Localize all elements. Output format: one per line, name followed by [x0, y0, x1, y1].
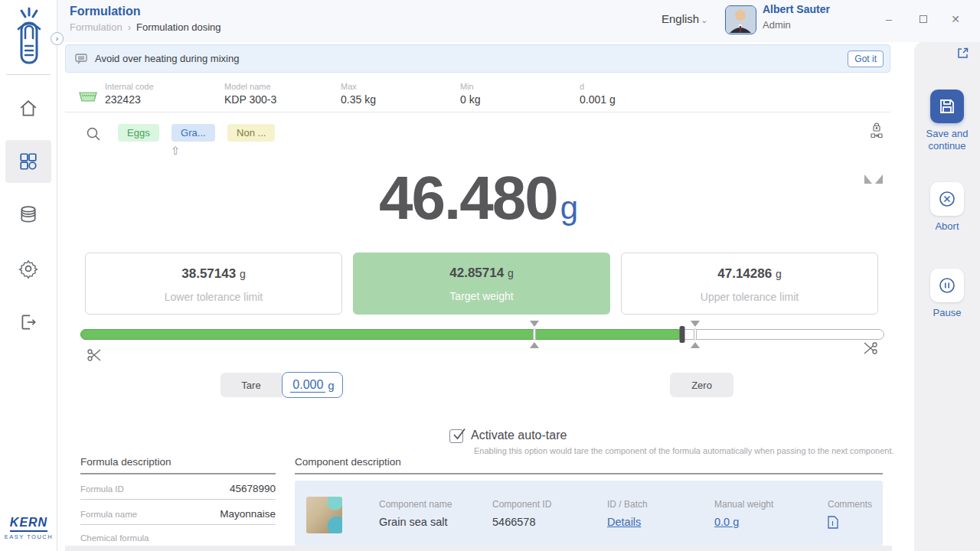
- notification-bar: Avoid over heating during mixing Got it: [65, 44, 890, 73]
- sidebar-collapse-chevron-icon[interactable]: ›: [51, 32, 64, 45]
- sidebar: KERN EASY TOUCH: [0, 0, 57, 551]
- brand-tagline: EASY TOUCH: [0, 533, 57, 540]
- formula-row: Formula ID45678990: [80, 474, 276, 500]
- component-section-title: Component description: [295, 456, 883, 474]
- brand-name: KERN: [10, 516, 47, 532]
- component-name-field: Component nameGrain sea salt: [379, 499, 452, 528]
- auto-tare-description: Enabling this option would tare the comp…: [474, 446, 887, 455]
- got-it-button[interactable]: Got it: [848, 51, 884, 67]
- tag-eggs[interactable]: Eggs: [118, 124, 159, 142]
- abort-label: Abort: [914, 220, 980, 233]
- pause-label: Pause: [914, 307, 980, 319]
- settings-icon: [18, 259, 38, 279]
- scissors-right-icon[interactable]: [861, 340, 878, 360]
- search-icon[interactable]: [86, 126, 101, 142]
- logout-icon: [18, 312, 38, 332]
- manual-weight-field: Manual weight0.0 g: [714, 499, 773, 529]
- save-and-continue-button[interactable]: Save and continue: [914, 90, 980, 152]
- sidebar-divider: [6, 74, 51, 75]
- tare-button[interactable]: Tare: [220, 373, 282, 397]
- action-panel: Save and continue Abort Pause: [914, 42, 980, 551]
- weight-value: 46.480: [379, 164, 557, 232]
- lock-print-icon[interactable]: [871, 122, 883, 142]
- component-card: Component nameGrain sea salt Component I…: [295, 481, 883, 546]
- tare-value: 0.000: [290, 378, 325, 393]
- breadcrumb-parent[interactable]: Formulation: [70, 21, 122, 33]
- sidebar-item-settings[interactable]: [5, 247, 51, 290]
- target-weight-box: 42.85714 g Target weight: [353, 253, 610, 315]
- message-icon: [75, 54, 87, 64]
- language-label: English: [662, 12, 699, 25]
- brand-logo: KERN EASY TOUCH: [0, 516, 57, 540]
- maximize-icon[interactable]: [916, 12, 930, 26]
- tare-value-input[interactable]: 0.000 g: [282, 372, 343, 398]
- component-id-field: Component ID5466578: [492, 499, 551, 528]
- formula-row: Chemical formula: [80, 525, 276, 548]
- horizontal-scrollbar[interactable]: [65, 546, 892, 551]
- chevron-down-icon: ⌄: [701, 15, 707, 24]
- upper-tolerance-notch: [694, 328, 697, 341]
- weight-unit: g: [560, 190, 578, 226]
- zero-button[interactable]: Zero: [670, 373, 733, 397]
- save-label: Save and continue: [914, 128, 980, 152]
- user-role: Admin: [763, 19, 791, 31]
- device-field: Internal code232423: [105, 82, 154, 106]
- page-title: Formulation: [70, 5, 140, 18]
- lower-tolerance-box: 38.57143 g Lower tolerance limit: [85, 253, 342, 315]
- device-field: Min0 kg: [460, 82, 480, 106]
- batch-details-link[interactable]: Details: [607, 516, 641, 528]
- database-icon: [18, 205, 38, 225]
- sidebar-item-logout[interactable]: [5, 301, 51, 344]
- allergen-tags: Eggs Gra... Non ...: [118, 124, 284, 142]
- scale-icon: [79, 92, 97, 102]
- component-image: [306, 497, 342, 533]
- formula-description-section: Formula description Formula ID45678990 F…: [80, 456, 276, 551]
- manual-weight-link[interactable]: 0.0 g: [714, 516, 739, 528]
- lower-marker-bottom-triangle-icon: [530, 342, 539, 348]
- upper-marker-top-triangle-icon: [691, 321, 700, 327]
- device-field: Model nameKDP 300-3: [224, 82, 276, 106]
- save-icon: [930, 90, 964, 123]
- lower-tolerance-notch: [533, 328, 536, 341]
- device-field: d0.001 g: [580, 82, 616, 106]
- pause-button[interactable]: Pause: [914, 269, 980, 319]
- close-icon[interactable]: ✕: [949, 12, 962, 26]
- auto-tare-checkbox[interactable]: [449, 429, 463, 443]
- main-content: Avoid over heating during mixing Got it …: [65, 42, 892, 551]
- abort-button[interactable]: Abort: [914, 182, 980, 233]
- dosing-progress-bar: [80, 321, 884, 347]
- tag-non[interactable]: Non ...: [227, 124, 275, 142]
- tare-unit: g: [328, 379, 334, 392]
- upper-tolerance-box: 47.14286 g Upper tolerance limit: [621, 253, 878, 315]
- tag-gra[interactable]: Gra...: [172, 124, 215, 142]
- sidebar-item-home[interactable]: [5, 87, 51, 130]
- pause-icon: [930, 269, 964, 302]
- auto-tare-label: Activate auto-tare: [471, 429, 567, 442]
- id-batch-field: ID / BatchDetails: [607, 499, 648, 529]
- sidebar-item-database[interactable]: [5, 194, 51, 236]
- component-description-section: Component description Component nameGrai…: [295, 456, 883, 551]
- avatar[interactable]: [725, 5, 756, 34]
- breadcrumb-chevron-icon: ›: [128, 21, 131, 33]
- comments-icon[interactable]: [828, 516, 838, 529]
- language-selector[interactable]: English⌄: [662, 12, 707, 25]
- expand-icon[interactable]: [957, 47, 969, 62]
- user-name[interactable]: Albert Sauter: [763, 3, 830, 15]
- home-icon: [18, 99, 38, 119]
- current-weight-marker[interactable]: [680, 326, 685, 343]
- sidebar-item-apps[interactable]: [5, 140, 51, 183]
- notification-message: Avoid over heating during mixing: [95, 53, 239, 64]
- device-info-row: Internal code232423 Model nameKDP 300-3 …: [65, 79, 890, 112]
- breadcrumb-current: Formulation dosing: [136, 21, 221, 33]
- arrow-up-icon: ⇧: [171, 144, 181, 158]
- device-field: Max0.35 kg: [341, 82, 376, 106]
- app-window: KERN EASY TOUCH › Formulation Formulatio…: [0, 0, 980, 551]
- app-logo-icon: [11, 6, 47, 69]
- lower-marker-top-triangle-icon: [530, 321, 539, 327]
- progress-fill: [80, 329, 682, 340]
- scissors-left-icon[interactable]: [87, 347, 103, 367]
- breadcrumb: Formulation›Formulation dosing: [70, 21, 221, 33]
- upper-marker-bottom-triangle-icon: [691, 342, 700, 348]
- formula-row: Formula nameMayonnaise: [80, 500, 276, 525]
- minimize-icon[interactable]: –: [882, 12, 896, 26]
